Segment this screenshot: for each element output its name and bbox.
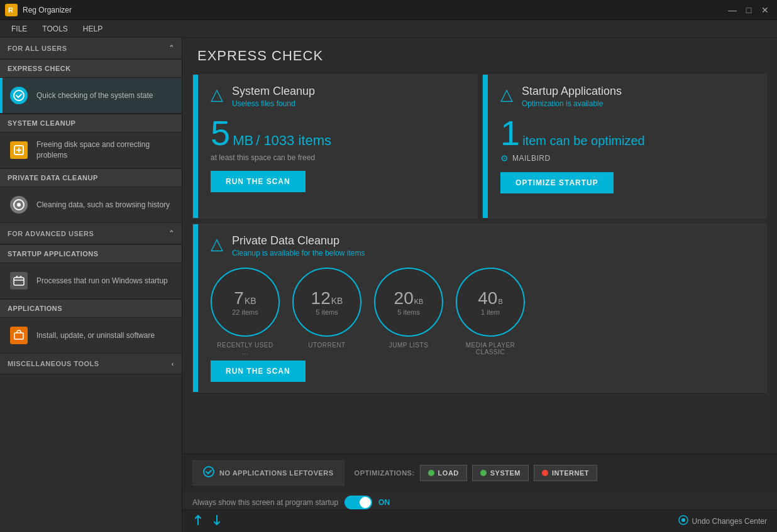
gear-icon: ⚙ — [500, 153, 509, 163]
chevron-left-icon: ‹ — [172, 360, 174, 367]
footer-icon-1[interactable] — [192, 514, 204, 528]
menu-help[interactable]: HELP — [77, 22, 109, 36]
system-cleanup-run-btn[interactable]: RUN THE SCAN — [211, 171, 306, 192]
circle-size-3: 20 KB — [394, 288, 424, 308]
svg-text:R: R — [8, 6, 13, 14]
system-cleanup-desc: at least this space can be freed — [211, 153, 464, 162]
startup-title-group: Startup Applications Optimization is ava… — [522, 85, 622, 108]
minimize-button[interactable]: — — [725, 3, 739, 17]
chevron-down-icon-2: ⌃ — [168, 229, 175, 237]
warning-icon-2: △ — [500, 85, 513, 104]
no-applications-leftovers: NO APPLICATIONS LEFTOVERS — [192, 460, 344, 486]
svg-point-10 — [681, 518, 685, 522]
opt-load-label: LOAD — [438, 469, 459, 477]
circle-label-4: MEDIA PLAYER CLASSIC — [459, 342, 522, 356]
menu-file[interactable]: FILE — [5, 22, 33, 36]
sidebar-item-applications[interactable]: Install, update, or uninstall software — [0, 318, 182, 354]
startup-icon — [8, 269, 30, 292]
circle-unit-2: KB — [331, 296, 343, 306]
app-title: Reg Organizer — [23, 6, 725, 14]
system-cleanup-card-body: △ System Cleanup Useless files found 5 M… — [198, 75, 477, 218]
startup-card-body: △ Startup Applications Optimization is a… — [488, 75, 766, 218]
express-check-icon — [8, 84, 30, 107]
maximize-button[interactable]: □ — [742, 3, 756, 17]
optimizations-group: OPTIMIZATIONS: LOAD SYSTEM INTERNET — [355, 465, 597, 481]
sidebar-item-startup[interactable]: Processes that run on Windows startup — [0, 263, 182, 299]
circle-media-player: 40 B 1 item MEDIA PLAYER CLASSIC — [456, 268, 525, 356]
stat-unit: MB — [233, 133, 253, 149]
startup-toggle[interactable] — [344, 496, 372, 509]
private-data-title-group: Private Data Cleanup Cleanup is availabl… — [232, 234, 365, 258]
circle-shape-2: 12 KB 5 items — [292, 268, 361, 337]
startup-subtitle: Optimization is available — [522, 99, 622, 108]
opt-load-dot — [428, 470, 434, 476]
group-applications: APPLICATIONS Install, update, or uninsta… — [0, 299, 182, 354]
window-controls: — □ ✕ — [725, 3, 772, 17]
private-data-text: Cleaning data, such as browsing history — [36, 200, 170, 210]
optimize-startup-btn[interactable]: OPTIMIZE STARTUP — [500, 172, 614, 193]
circle-num-1: 7 — [234, 288, 244, 308]
svg-point-5 — [17, 203, 21, 207]
main-layout: FOR ALL USERS ⌃ EXPRESS CHECK Quick chec… — [0, 38, 777, 532]
section-for-advanced-users[interactable]: FOR ADVANCED USERS ⌃ — [0, 223, 182, 244]
opt-system-btn[interactable]: SYSTEM — [472, 465, 529, 481]
mailbird-label: MAILBIRD — [512, 154, 551, 163]
card-header: △ System Cleanup Useless files found — [211, 85, 464, 108]
circle-recently-used: 7 KB 22 items RECENTLY USED ... — [211, 268, 280, 356]
opt-system-dot — [480, 470, 487, 476]
titlebar: R Reg Organizer — □ ✕ — [0, 0, 777, 20]
private-data-card-body: △ Private Data Cleanup Cleanup is availa… — [198, 224, 766, 392]
top-cards-row: △ System Cleanup Useless files found 5 M… — [192, 74, 767, 219]
check-circle-icon — [203, 466, 214, 480]
opt-internet-label: INTERNET — [552, 469, 589, 477]
toggle-thumb — [360, 497, 371, 508]
warning-icon-3: △ — [211, 234, 223, 254]
circle-label-2: UTORRENT — [308, 342, 345, 349]
circle-unit-3: KB — [414, 298, 424, 305]
card-accent-bar — [193, 75, 198, 218]
startup-applications-card: △ Startup Applications Optimization is a… — [482, 74, 767, 219]
footer-bar: Undo Changes Center — [182, 509, 777, 532]
menubar: FILE TOOLS HELP — [0, 20, 777, 38]
section-misc-tools[interactable]: MISCELLANEOUS TOOLS ‹ — [0, 354, 182, 374]
private-data-icon — [8, 193, 30, 216]
opt-internet-btn[interactable]: INTERNET — [534, 465, 597, 481]
private-data-run-btn[interactable]: RUN THE SCAN — [211, 361, 306, 382]
section-for-advanced-label: FOR ADVANCED USERS — [8, 230, 94, 237]
private-data-subtitle: Cleanup is available for the below items — [232, 249, 365, 258]
group-private-data: PRIVATE DATA CLEANUP Cleaning data, such… — [0, 168, 182, 223]
svg-rect-6 — [14, 278, 24, 285]
sidebar-item-express-check[interactable]: Quick checking of the system state — [0, 78, 182, 114]
system-cleanup-text: Freeing disk space and correcting proble… — [36, 139, 174, 161]
section-misc-label: MISCELLANEOUS TOOLS — [8, 360, 99, 367]
undo-changes-center[interactable]: Undo Changes Center — [678, 515, 767, 527]
circle-size-1: 7 KB — [234, 288, 256, 308]
menu-tools[interactable]: TOOLS — [36, 22, 74, 36]
circle-jump-lists: 20 KB 5 items JUMP LISTS — [374, 268, 443, 356]
startup-text: Processes that run on Windows startup — [36, 276, 168, 286]
mailbird-row: ⚙ MAILBIRD — [500, 153, 754, 163]
startup-stat-big: 1 — [500, 116, 520, 151]
sidebar-item-private-data[interactable]: Cleaning data, such as browsing history — [0, 187, 182, 223]
card-title-group: System Cleanup Useless files found — [232, 85, 315, 108]
circle-shape-4: 40 B 1 item — [456, 268, 525, 337]
circle-items-1: 22 items — [232, 308, 258, 316]
section-for-all-users-label: FOR ALL USERS — [8, 45, 67, 52]
svg-point-2 — [14, 90, 24, 100]
toggle-row: Always show this screen at program start… — [182, 492, 777, 509]
group-applications-header: APPLICATIONS — [0, 299, 182, 318]
applications-text: Install, update, or uninstall software — [36, 330, 155, 341]
toggle-on-label: ON — [378, 498, 390, 507]
section-for-all-users[interactable]: FOR ALL USERS ⌃ — [0, 38, 182, 59]
sidebar-item-system-cleanup[interactable]: Freeing disk space and correcting proble… — [0, 133, 182, 168]
group-express-check: EXPRESS CHECK Quick checking of the syst… — [0, 59, 182, 114]
circle-shape-3: 20 KB 5 items — [374, 268, 443, 337]
opt-load-btn[interactable]: LOAD — [420, 465, 467, 481]
footer-icon-2[interactable] — [211, 514, 223, 528]
close-button[interactable]: ✕ — [758, 3, 772, 17]
group-system-cleanup: SYSTEM CLEANUP Freeing disk space and co… — [0, 114, 182, 168]
noleftovers-text: NO APPLICATIONS LEFTOVERS — [219, 469, 334, 477]
system-cleanup-subtitle: Useless files found — [232, 99, 315, 108]
circle-size-2: 12 KB — [311, 288, 343, 308]
circle-num-2: 12 — [311, 288, 331, 308]
